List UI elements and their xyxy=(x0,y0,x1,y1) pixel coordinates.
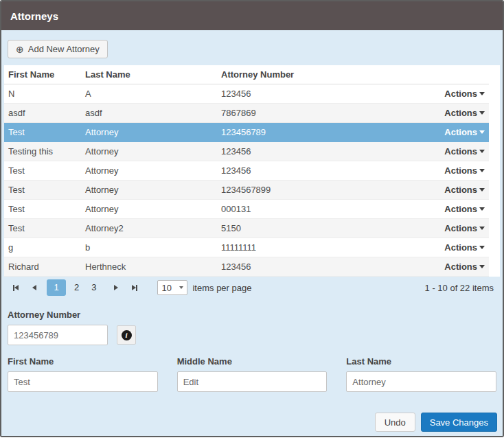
table-row[interactable]: Testing thisAttorney123456Actions xyxy=(4,142,489,161)
page-button-2[interactable]: 2 xyxy=(68,279,85,296)
panel: ⊕ Add New Attorney First Name Last Name … xyxy=(1,30,503,436)
page-button-1[interactable]: 1 xyxy=(47,279,66,296)
chevron-down-icon xyxy=(179,286,183,289)
first-name-label: First Name xyxy=(8,356,158,367)
first-name-input[interactable] xyxy=(8,371,158,392)
cell-last: Attorney2 xyxy=(81,223,217,233)
page-button-3[interactable]: 3 xyxy=(85,279,102,296)
cell-first: N xyxy=(4,89,81,99)
actions-cell: Actions xyxy=(413,242,489,253)
items-per-page-label: items per page xyxy=(192,283,251,293)
page-title: Attorneys xyxy=(10,10,58,22)
toolbar: ⊕ Add New Attorney xyxy=(1,30,503,65)
row-actions-dropdown[interactable]: Actions xyxy=(444,127,485,137)
save-changes-button[interactable]: Save Changes xyxy=(421,413,497,432)
cell-first: Testing this xyxy=(4,146,81,157)
actions-label: Actions xyxy=(444,165,477,176)
chevron-down-icon xyxy=(479,111,485,115)
row-actions-dropdown[interactable]: Actions xyxy=(444,242,485,253)
cell-number: 123456 xyxy=(217,89,413,99)
actions-label: Actions xyxy=(444,108,477,118)
actions-label: Actions xyxy=(444,223,477,233)
actions-cell: Actions xyxy=(413,204,489,214)
column-header-last-name[interactable]: Last Name xyxy=(81,69,217,80)
chevron-down-icon xyxy=(479,227,485,230)
last-page-button[interactable] xyxy=(126,281,143,294)
table-row[interactable]: TestAttorney000131Actions xyxy=(4,200,489,219)
actions-cell: Actions xyxy=(413,127,489,137)
row-actions-dropdown[interactable]: Actions xyxy=(444,146,485,157)
actions-label: Actions xyxy=(444,127,477,137)
info-button[interactable]: i xyxy=(117,325,136,345)
page-size-value: 10 xyxy=(161,283,171,293)
cell-last: asdf xyxy=(81,108,217,118)
cell-first: Test xyxy=(4,185,81,195)
cell-last: A xyxy=(81,89,217,99)
table-row[interactable]: NA123456Actions xyxy=(4,84,489,104)
cell-number: 5150 xyxy=(217,223,413,233)
actions-label: Actions xyxy=(444,89,477,99)
previous-page-button[interactable] xyxy=(26,281,43,294)
chevron-down-icon xyxy=(479,169,485,172)
row-actions-dropdown[interactable]: Actions xyxy=(444,165,485,176)
cell-first: g xyxy=(4,242,81,253)
actions-cell: Actions xyxy=(413,262,489,272)
row-actions-dropdown[interactable]: Actions xyxy=(444,108,485,118)
page-size-dropdown[interactable]: 10 xyxy=(157,280,187,295)
actions-cell: Actions xyxy=(413,89,489,99)
table-row[interactable]: asdfasdf7867869Actions xyxy=(4,104,489,123)
table-row[interactable]: gb11111111Actions xyxy=(4,238,489,257)
undo-button[interactable]: Undo xyxy=(375,413,415,432)
chevron-down-icon xyxy=(479,188,485,192)
attorney-number-input[interactable] xyxy=(8,325,108,345)
row-actions-dropdown[interactable]: Actions xyxy=(444,262,485,272)
column-header-attorney-number[interactable]: Attorney Number xyxy=(217,69,413,80)
middle-name-field: Middle Name xyxy=(177,356,328,392)
attorneys-grid: First Name Last Name Attorney Number NA1… xyxy=(4,65,500,277)
actions-cell: Actions xyxy=(413,185,489,195)
grid-body: NA123456Actionsasdfasdf7867869ActionsTes… xyxy=(4,84,500,277)
cell-last: Attorney xyxy=(81,165,217,176)
table-row[interactable]: TestAttorney123456789Actions xyxy=(4,123,489,142)
cell-last: b xyxy=(81,242,217,253)
row-actions-dropdown[interactable]: Actions xyxy=(444,89,485,99)
last-name-label: Last Name xyxy=(346,356,496,367)
actions-cell: Actions xyxy=(413,146,489,157)
chevron-down-icon xyxy=(479,246,485,249)
add-circle-icon: ⊕ xyxy=(16,45,24,54)
row-actions-dropdown[interactable]: Actions xyxy=(444,223,485,233)
chevron-down-icon xyxy=(479,92,485,95)
table-row[interactable]: TestAttorney123456Actions xyxy=(4,161,489,181)
middle-name-label: Middle Name xyxy=(177,356,328,367)
cell-number: 1234567899 xyxy=(217,185,413,195)
add-new-attorney-button[interactable]: ⊕ Add New Attorney xyxy=(8,40,108,58)
grid-header-row: First Name Last Name Attorney Number xyxy=(4,65,489,84)
middle-name-input[interactable] xyxy=(177,371,328,392)
next-page-button[interactable] xyxy=(108,281,124,294)
actions-cell: Actions xyxy=(413,165,489,176)
table-row[interactable]: TestAttorney25150Actions xyxy=(4,219,489,238)
chevron-down-icon xyxy=(479,130,485,134)
last-name-input[interactable] xyxy=(346,371,496,392)
row-actions-dropdown[interactable]: Actions xyxy=(444,185,485,195)
arrow-left-icon xyxy=(32,285,36,290)
cell-last: Attorney xyxy=(81,185,217,195)
table-row[interactable]: RichardHerthneck123456Actions xyxy=(4,257,489,277)
info-icon: i xyxy=(122,330,132,340)
cell-last: Herthneck xyxy=(81,262,217,272)
actions-cell: Actions xyxy=(413,108,489,118)
row-actions-dropdown[interactable]: Actions xyxy=(444,204,485,214)
cell-first: Test xyxy=(4,165,81,176)
arrow-right-icon xyxy=(114,285,118,290)
table-row[interactable]: TestAttorney1234567899Actions xyxy=(4,181,489,200)
pager-pages: 123 xyxy=(45,279,102,296)
chevron-down-icon xyxy=(479,150,485,153)
actions-label: Actions xyxy=(444,242,477,253)
first-page-button[interactable] xyxy=(8,281,24,294)
cell-last: Attorney xyxy=(81,127,217,137)
cell-number: 123456 xyxy=(217,165,413,176)
actions-label: Actions xyxy=(444,146,477,157)
cell-first: Test xyxy=(4,127,81,137)
column-header-first-name[interactable]: First Name xyxy=(4,69,81,80)
cell-number: 123456 xyxy=(217,146,413,157)
